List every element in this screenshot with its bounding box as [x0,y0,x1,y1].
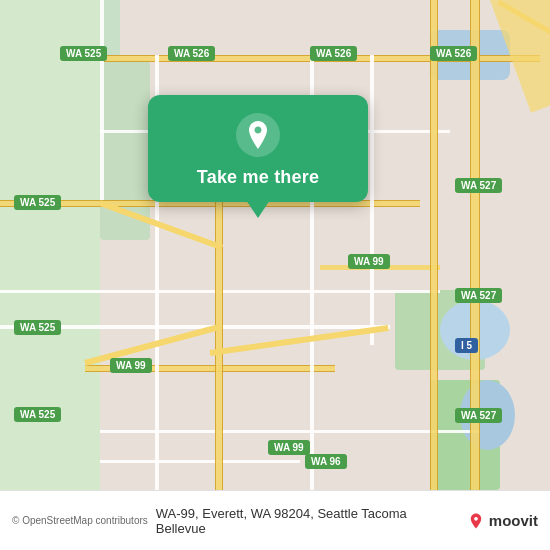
location-popup[interactable]: Take me there [148,95,368,202]
attribution-text: © OpenStreetMap contributors [12,515,148,526]
bottom-bar: © OpenStreetMap contributors WA-99, Ever… [0,490,550,550]
badge-wa99-3: WA 99 [268,440,310,455]
badge-i5: I 5 [455,338,478,353]
badge-wa525-3: WA 525 [14,407,61,422]
road-wa527 [430,0,438,490]
road-wa99-diag2 [84,324,221,366]
badge-wa527-2: WA 527 [455,288,502,303]
road-minor-v3 [370,55,374,345]
location-pin-icon [236,113,280,157]
badge-wa526-2: WA 526 [310,46,357,61]
badge-wa525-2: WA 525 [14,320,61,335]
map-view[interactable]: WA 525 WA 526 WA 526 WA 526 WA 525 WA 52… [0,0,550,490]
moovit-logo[interactable]: moovit [467,512,538,530]
address-text: WA-99, Everett, WA 98204, Seattle Tacoma… [156,506,459,536]
road-minor-h4 [100,460,300,463]
road-wa99-diag3 [210,325,389,356]
badge-wa526-1: WA 526 [168,46,215,61]
badge-wa96: WA 96 [305,454,347,469]
road-minor-v4 [100,0,104,200]
badge-wa525-top: WA 525 [60,46,107,61]
badge-wa525-1: WA 525 [14,195,61,210]
badge-wa527-1: WA 527 [455,178,502,193]
moovit-pin-icon [467,512,485,530]
badge-wa99-2: WA 99 [110,358,152,373]
popup-label: Take me there [197,167,319,188]
badge-wa99-1: WA 99 [348,254,390,269]
badge-wa527-3: WA 527 [455,408,502,423]
moovit-brand-text: moovit [489,512,538,529]
badge-wa526-3: WA 526 [430,46,477,61]
